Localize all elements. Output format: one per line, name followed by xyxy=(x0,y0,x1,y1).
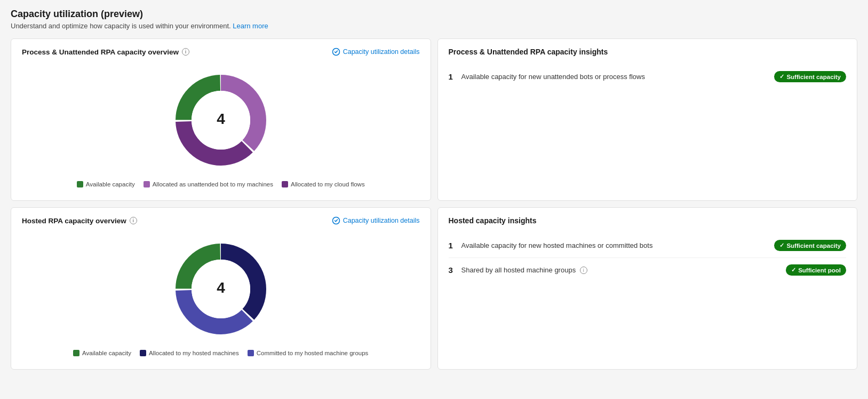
insight-number-1: 1 xyxy=(449,72,457,81)
hosted-rpa-overview-card: Hosted RPA capacity overview i Capacity … xyxy=(11,207,431,370)
capacity-details-link-top[interactable]: Capacity utilization details xyxy=(332,48,420,56)
hosted-rpa-donut-chart: 4 xyxy=(168,236,274,342)
donut-center-text-top: 4 xyxy=(217,111,225,127)
hosted-insight-left-2: 3 Shared by all hosted machine groups i xyxy=(449,265,786,275)
process-rpa-overview-card: Process & Unattended RPA capacity overvi… xyxy=(11,38,431,201)
process-rpa-donut-chart: 4 xyxy=(168,67,274,174)
page-title: Capacity utilization (preview) xyxy=(11,9,857,20)
hosted-capacity-insights-list: 1 Available capacity for new hosted mach… xyxy=(449,229,847,286)
legend-color-light-purple xyxy=(144,181,150,187)
hosted-insight-row-2: 3 Shared by all hosted machine groups i … xyxy=(449,258,847,282)
process-rpa-overview-title: Process & Unattended RPA capacity overvi… xyxy=(22,48,179,56)
process-rpa-insights-card: Process & Unattended RPA capacity insigh… xyxy=(437,38,858,201)
donut-center-text-bottom: 4 xyxy=(217,279,225,296)
shared-info-icon[interactable]: i xyxy=(580,267,587,274)
badge-check-icon-bottom-1: ✓ xyxy=(779,242,784,249)
sufficient-pool-badge: ✓ Sufficient pool xyxy=(786,264,846,276)
card-header-bottom-left: Hosted RPA capacity overview i Capacity … xyxy=(22,216,420,225)
info-icon[interactable]: i xyxy=(182,48,189,56)
hosted-rpa-chart-area: 4 Available capacity Allocated to my hos… xyxy=(22,231,420,361)
legend-item-hosted-machines: Allocated to my hosted machines xyxy=(140,350,239,356)
legend-color-green-hosted xyxy=(73,350,79,356)
legend-item-available: Available capacity xyxy=(77,181,135,187)
legend-item-available-hosted: Available capacity xyxy=(73,350,131,356)
hosted-insight-text-2: Shared by all hosted machine groups i xyxy=(461,266,587,275)
hosted-capacity-insights-card: Hosted capacity insights 1 Available cap… xyxy=(437,207,858,370)
sufficient-capacity-badge-bottom: ✓ Sufficient capacity xyxy=(774,240,846,251)
card-header-top-left: Process & Unattended RPA capacity overvi… xyxy=(22,48,420,56)
hosted-rpa-legend: Available capacity Allocated to my hoste… xyxy=(73,350,368,356)
process-rpa-legend: Available capacity Allocated as unattend… xyxy=(77,181,365,187)
process-rpa-insights-title: Process & Unattended RPA capacity insigh… xyxy=(449,48,847,56)
legend-item-unattended: Allocated as unattended bot to my machin… xyxy=(144,181,273,187)
learn-more-link[interactable]: Learn more xyxy=(233,22,268,30)
process-rpa-insights-list: 1 Available capacity for new unattended … xyxy=(449,60,847,93)
hosted-insight-row-1: 1 Available capacity for new hosted mach… xyxy=(449,233,847,258)
insight-text-1: Available capacity for new unattended bo… xyxy=(461,73,645,81)
legend-color-green xyxy=(77,181,83,187)
legend-color-dark-purple xyxy=(282,181,288,187)
hosted-insight-text-1: Available capacity for new hosted machin… xyxy=(461,241,653,249)
badge-check-icon-bottom-2: ✓ xyxy=(791,267,796,273)
page-subtitle: Understand and optimize how capacity is … xyxy=(11,22,857,30)
insight-row-1: 1 Available capacity for new unattended … xyxy=(449,65,847,89)
hosted-insight-number-1: 1 xyxy=(449,241,457,250)
hosted-capacity-insights-title: Hosted capacity insights xyxy=(449,216,847,225)
legend-item-cloud: Allocated to my cloud flows xyxy=(282,181,365,187)
sufficient-capacity-badge-top: ✓ Sufficient capacity xyxy=(774,71,846,82)
page-header: Capacity utilization (preview) Understan… xyxy=(11,9,857,30)
legend-color-medium-blue xyxy=(248,350,254,356)
capacity-details-link-bottom[interactable]: Capacity utilization details xyxy=(332,216,420,225)
hosted-rpa-overview-title: Hosted RPA capacity overview xyxy=(22,217,126,225)
hosted-insight-left-1: 1 Available capacity for new hosted mach… xyxy=(449,241,775,250)
hosted-insight-number-2: 3 xyxy=(449,265,457,275)
bottom-row: Hosted RPA capacity overview i Capacity … xyxy=(11,207,857,370)
top-row: Process & Unattended RPA capacity overvi… xyxy=(11,38,857,201)
details-link-icon xyxy=(332,48,340,56)
details-link-icon-bottom xyxy=(332,216,340,225)
badge-check-icon: ✓ xyxy=(779,73,784,80)
card-title-group-bottom: Hosted RPA capacity overview i xyxy=(22,217,137,225)
insight-left-1: 1 Available capacity for new unattended … xyxy=(449,72,775,81)
card-title-group: Process & Unattended RPA capacity overvi… xyxy=(22,48,189,56)
legend-item-committed-groups: Committed to my hosted machine groups xyxy=(248,350,369,356)
process-rpa-chart-area: 4 Available capacity Allocated as unatte… xyxy=(22,62,420,192)
legend-color-dark-navy xyxy=(140,350,146,356)
info-icon-bottom[interactable]: i xyxy=(130,217,137,224)
